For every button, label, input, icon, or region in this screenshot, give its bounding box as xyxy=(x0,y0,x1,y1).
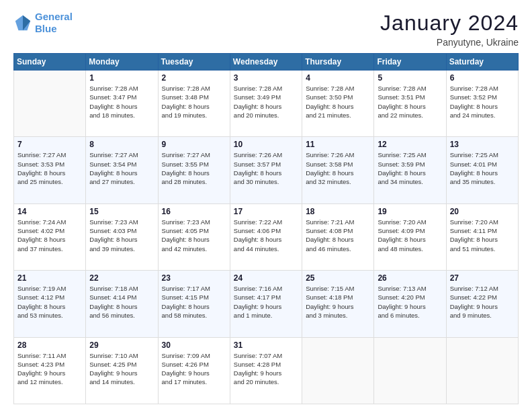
day-info: Sunrise: 7:28 AM Sunset: 3:50 PM Dayligh… xyxy=(306,84,370,120)
col-friday: Friday xyxy=(374,54,446,71)
day-info: Sunrise: 7:28 AM Sunset: 3:52 PM Dayligh… xyxy=(450,84,515,120)
logo: General Blue xyxy=(13,11,73,35)
calendar-cell: 28Sunrise: 7:11 AM Sunset: 4:23 PM Dayli… xyxy=(14,337,86,404)
logo-line1: General xyxy=(35,11,73,23)
week-row-4: 21Sunrise: 7:19 AM Sunset: 4:12 PM Dayli… xyxy=(14,271,519,337)
day-info: Sunrise: 7:25 AM Sunset: 4:01 PM Dayligh… xyxy=(450,150,515,186)
day-number: 4 xyxy=(306,73,370,83)
day-info: Sunrise: 7:28 AM Sunset: 3:48 PM Dayligh… xyxy=(162,84,226,120)
day-number: 1 xyxy=(89,73,154,83)
calendar-cell: 13Sunrise: 7:25 AM Sunset: 4:01 PM Dayli… xyxy=(446,137,518,203)
month-title: January 2024 xyxy=(380,11,519,36)
calendar-cell xyxy=(302,337,374,404)
day-number: 7 xyxy=(17,140,82,149)
logo-icon xyxy=(13,13,32,32)
day-info: Sunrise: 7:18 AM Sunset: 4:14 PM Dayligh… xyxy=(89,284,154,320)
day-info: Sunrise: 7:07 AM Sunset: 4:28 PM Dayligh… xyxy=(234,351,298,387)
calendar-cell: 8Sunrise: 7:27 AM Sunset: 3:54 PM Daylig… xyxy=(86,137,158,203)
day-number: 29 xyxy=(89,340,154,350)
page: General Blue January 2024 Panyutyne, Ukr… xyxy=(0,0,532,411)
day-info: Sunrise: 7:17 AM Sunset: 4:15 PM Dayligh… xyxy=(162,284,226,320)
calendar-table: Sunday Monday Tuesday Wednesday Thursday… xyxy=(13,53,519,404)
day-number: 18 xyxy=(306,207,370,216)
calendar-cell: 7Sunrise: 7:27 AM Sunset: 3:53 PM Daylig… xyxy=(14,137,86,203)
location: Panyutyne, Ukraine xyxy=(380,37,519,48)
day-info: Sunrise: 7:10 AM Sunset: 4:25 PM Dayligh… xyxy=(89,351,154,387)
day-number: 8 xyxy=(89,140,154,149)
calendar-cell: 15Sunrise: 7:23 AM Sunset: 4:03 PM Dayli… xyxy=(86,203,158,270)
calendar-cell: 20Sunrise: 7:20 AM Sunset: 4:11 PM Dayli… xyxy=(446,203,518,270)
day-number: 21 xyxy=(17,273,82,283)
day-info: Sunrise: 7:27 AM Sunset: 3:55 PM Dayligh… xyxy=(162,150,226,186)
calendar-cell: 16Sunrise: 7:23 AM Sunset: 4:05 PM Dayli… xyxy=(158,203,230,270)
day-info: Sunrise: 7:25 AM Sunset: 3:59 PM Dayligh… xyxy=(378,150,442,186)
day-info: Sunrise: 7:09 AM Sunset: 4:26 PM Dayligh… xyxy=(162,351,226,387)
day-number: 14 xyxy=(17,207,82,216)
day-info: Sunrise: 7:28 AM Sunset: 3:51 PM Dayligh… xyxy=(378,84,442,120)
day-info: Sunrise: 7:13 AM Sunset: 4:20 PM Dayligh… xyxy=(378,284,442,320)
title-block: January 2024 Panyutyne, Ukraine xyxy=(380,11,519,48)
calendar-cell xyxy=(446,337,518,404)
day-info: Sunrise: 7:20 AM Sunset: 4:11 PM Dayligh… xyxy=(450,218,515,253)
day-info: Sunrise: 7:19 AM Sunset: 4:12 PM Dayligh… xyxy=(17,284,82,320)
day-number: 19 xyxy=(378,207,442,216)
day-info: Sunrise: 7:26 AM Sunset: 3:58 PM Dayligh… xyxy=(306,150,370,186)
day-number: 30 xyxy=(162,340,226,350)
calendar-cell: 29Sunrise: 7:10 AM Sunset: 4:25 PM Dayli… xyxy=(86,337,158,404)
calendar-cell: 6Sunrise: 7:28 AM Sunset: 3:52 PM Daylig… xyxy=(446,71,518,137)
day-number: 27 xyxy=(450,273,515,283)
calendar-cell: 31Sunrise: 7:07 AM Sunset: 4:28 PM Dayli… xyxy=(230,337,302,404)
day-number: 17 xyxy=(234,207,298,216)
logo-line2: Blue xyxy=(35,23,73,35)
day-number: 15 xyxy=(89,207,154,216)
day-number: 20 xyxy=(450,207,515,216)
calendar-cell: 18Sunrise: 7:21 AM Sunset: 4:08 PM Dayli… xyxy=(302,203,374,270)
calendar-cell: 11Sunrise: 7:26 AM Sunset: 3:58 PM Dayli… xyxy=(302,137,374,203)
day-number: 16 xyxy=(162,207,226,216)
day-info: Sunrise: 7:27 AM Sunset: 3:54 PM Dayligh… xyxy=(89,150,154,186)
day-number: 28 xyxy=(17,340,82,350)
calendar-cell: 19Sunrise: 7:20 AM Sunset: 4:09 PM Dayli… xyxy=(374,203,446,270)
day-info: Sunrise: 7:27 AM Sunset: 3:53 PM Dayligh… xyxy=(17,150,82,186)
calendar-cell: 24Sunrise: 7:16 AM Sunset: 4:17 PM Dayli… xyxy=(230,271,302,337)
calendar-cell: 9Sunrise: 7:27 AM Sunset: 3:55 PM Daylig… xyxy=(158,137,230,203)
day-info: Sunrise: 7:23 AM Sunset: 4:05 PM Dayligh… xyxy=(162,218,226,253)
calendar-cell: 1Sunrise: 7:28 AM Sunset: 3:47 PM Daylig… xyxy=(86,71,158,137)
day-info: Sunrise: 7:22 AM Sunset: 4:06 PM Dayligh… xyxy=(234,218,298,253)
col-saturday: Saturday xyxy=(446,54,518,71)
calendar-cell: 30Sunrise: 7:09 AM Sunset: 4:26 PM Dayli… xyxy=(158,337,230,404)
calendar-cell: 4Sunrise: 7:28 AM Sunset: 3:50 PM Daylig… xyxy=(302,71,374,137)
day-number: 26 xyxy=(378,273,442,283)
calendar-cell: 10Sunrise: 7:26 AM Sunset: 3:57 PM Dayli… xyxy=(230,137,302,203)
day-number: 12 xyxy=(378,140,442,149)
day-number: 22 xyxy=(89,273,154,283)
week-row-5: 28Sunrise: 7:11 AM Sunset: 4:23 PM Dayli… xyxy=(14,337,519,404)
week-row-3: 14Sunrise: 7:24 AM Sunset: 4:02 PM Dayli… xyxy=(14,203,519,270)
day-number: 23 xyxy=(162,273,226,283)
day-number: 10 xyxy=(234,140,298,149)
calendar-cell xyxy=(14,71,86,137)
day-number: 6 xyxy=(450,73,515,83)
day-info: Sunrise: 7:28 AM Sunset: 3:47 PM Dayligh… xyxy=(89,84,154,120)
day-number: 5 xyxy=(378,73,442,83)
calendar-cell: 25Sunrise: 7:15 AM Sunset: 4:18 PM Dayli… xyxy=(302,271,374,337)
calendar-cell: 21Sunrise: 7:19 AM Sunset: 4:12 PM Dayli… xyxy=(14,271,86,337)
week-row-2: 7Sunrise: 7:27 AM Sunset: 3:53 PM Daylig… xyxy=(14,137,519,203)
day-info: Sunrise: 7:15 AM Sunset: 4:18 PM Dayligh… xyxy=(306,284,370,320)
day-info: Sunrise: 7:23 AM Sunset: 4:03 PM Dayligh… xyxy=(89,218,154,253)
col-thursday: Thursday xyxy=(302,54,374,71)
day-info: Sunrise: 7:28 AM Sunset: 3:49 PM Dayligh… xyxy=(234,84,298,120)
day-info: Sunrise: 7:21 AM Sunset: 4:08 PM Dayligh… xyxy=(306,218,370,253)
calendar-cell: 17Sunrise: 7:22 AM Sunset: 4:06 PM Dayli… xyxy=(230,203,302,270)
day-number: 31 xyxy=(234,340,298,350)
calendar-cell: 23Sunrise: 7:17 AM Sunset: 4:15 PM Dayli… xyxy=(158,271,230,337)
col-monday: Monday xyxy=(86,54,158,71)
week-row-1: 1Sunrise: 7:28 AM Sunset: 3:47 PM Daylig… xyxy=(14,71,519,137)
day-info: Sunrise: 7:20 AM Sunset: 4:09 PM Dayligh… xyxy=(378,218,442,253)
col-wednesday: Wednesday xyxy=(230,54,302,71)
day-info: Sunrise: 7:26 AM Sunset: 3:57 PM Dayligh… xyxy=(234,150,298,186)
day-info: Sunrise: 7:16 AM Sunset: 4:17 PM Dayligh… xyxy=(234,284,298,320)
day-number: 24 xyxy=(234,273,298,283)
day-number: 25 xyxy=(306,273,370,283)
day-number: 11 xyxy=(306,140,370,149)
